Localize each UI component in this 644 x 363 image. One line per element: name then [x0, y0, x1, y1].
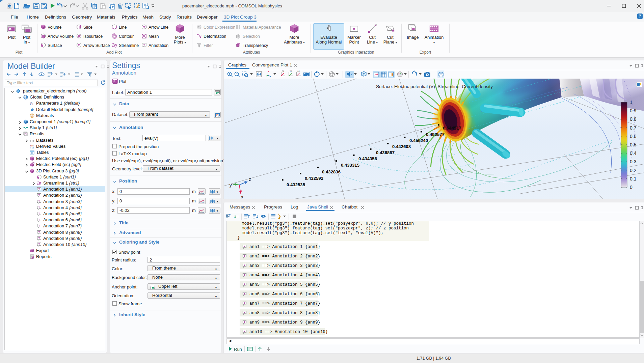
svg-text:x: x: [241, 194, 243, 199]
svg-text:y: y: [230, 183, 232, 188]
svg-text:0.8: 0.8: [630, 116, 637, 122]
svg-text:1: 1: [630, 100, 633, 105]
svg-text:0.4: 0.4: [630, 150, 637, 156]
svg-text:xy: xy: [282, 71, 285, 72]
svg-text:0.455240: 0.455240: [409, 138, 428, 143]
svg-text:i: i: [32, 103, 33, 106]
svg-text:0.492577: 0.492577: [426, 132, 445, 137]
svg-text:Run: Run: [234, 347, 242, 352]
svg-text:0.433315: 0.433315: [341, 163, 359, 168]
svg-text:yz: yz: [290, 71, 292, 72]
svg-text:0.3: 0.3: [630, 159, 637, 164]
svg-text:0.6: 0.6: [630, 134, 637, 139]
svg-text:0.434356: 0.434356: [358, 156, 377, 161]
svg-text:Surface: Electric potential (V: Surface: Electric potential (V) Streamli…: [376, 84, 493, 89]
svg-text:0.9: 0.9: [630, 108, 637, 113]
svg-text:8.85: 8.85: [30, 145, 34, 147]
svg-text:0.2: 0.2: [630, 168, 637, 173]
svg-text:z: z: [249, 177, 251, 182]
svg-text:0: 0: [630, 185, 633, 190]
svg-text:e-12: e-12: [30, 147, 34, 149]
svg-text:a=: a=: [234, 214, 239, 219]
svg-text:0.432535: 0.432535: [287, 182, 305, 187]
svg-text:0.436867: 0.436867: [376, 150, 395, 155]
svg-text:0.442608: 0.442608: [392, 144, 411, 149]
svg-text:P: P: [30, 101, 32, 105]
svg-text:0.644517: 0.644517: [443, 125, 461, 131]
svg-text:0.432836: 0.432836: [322, 169, 341, 174]
svg-text:xz: xz: [297, 71, 300, 72]
svg-text:0.7: 0.7: [630, 125, 637, 131]
svg-text:0.1: 0.1: [630, 176, 637, 182]
svg-text:0.432592: 0.432592: [305, 176, 323, 181]
svg-text:0.5: 0.5: [630, 142, 637, 147]
